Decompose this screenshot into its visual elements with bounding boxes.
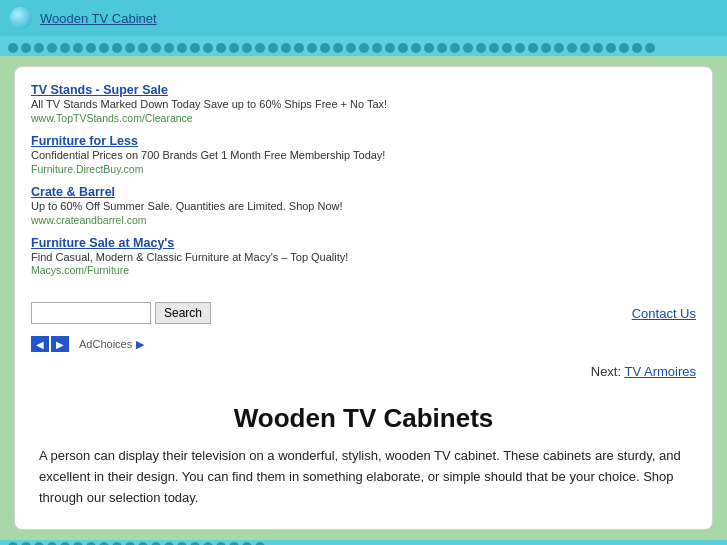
dot	[619, 43, 629, 53]
dot	[47, 43, 57, 53]
dot	[73, 43, 83, 53]
page-title-section: Wooden TV Cabinets	[15, 387, 712, 446]
dot	[177, 43, 187, 53]
dot	[398, 43, 408, 53]
dot	[281, 43, 291, 53]
dot	[515, 43, 525, 53]
dot	[528, 43, 538, 53]
dot	[242, 43, 252, 53]
dot	[580, 43, 590, 53]
ad-nav: ◀ ▶	[31, 336, 69, 352]
dot	[359, 43, 369, 53]
dot	[190, 43, 200, 53]
contact-us-link[interactable]: Contact Us	[632, 306, 696, 321]
dot	[346, 43, 356, 53]
dot	[541, 43, 551, 53]
ad-list: TV Stands - Super Sale All TV Stands Mar…	[31, 83, 696, 286]
dot	[99, 43, 109, 53]
dot	[203, 43, 213, 53]
main-wrapper: TV Stands - Super Sale All TV Stands Mar…	[0, 56, 727, 540]
dot	[437, 43, 447, 53]
dot	[450, 43, 460, 53]
page-title: Wooden TV Cabinets	[39, 403, 688, 434]
body-text-section: A person can display their television on…	[15, 446, 712, 528]
ad-title-2[interactable]: Crate & Barrel	[31, 185, 686, 199]
dot	[385, 43, 395, 53]
dot	[320, 43, 330, 53]
dot	[125, 43, 135, 53]
ad-desc-3: Find Casual, Modern & Classic Furniture …	[31, 250, 686, 265]
ad-url-0: www.TopTVStands.com/Clearance	[31, 112, 686, 124]
top-bar-title-link[interactable]: Wooden TV Cabinet	[40, 11, 157, 26]
dot	[21, 43, 31, 53]
ad-desc-2: Up to 60% Off Summer Sale. Quantities ar…	[31, 199, 686, 214]
ad-title-0[interactable]: TV Stands - Super Sale	[31, 83, 686, 97]
dot	[138, 43, 148, 53]
top-bar-circle-icon	[10, 7, 32, 29]
ad-item-3: Furniture Sale at Macy's Find Casual, Mo…	[31, 236, 686, 277]
ad-prev-button[interactable]: ◀	[31, 336, 49, 352]
next-row: Next: TV Armoires	[15, 360, 712, 387]
dot	[60, 43, 70, 53]
dot	[307, 43, 317, 53]
header-area	[0, 36, 727, 56]
dot	[554, 43, 564, 53]
ad-item-1: Furniture for Less Confidential Prices o…	[31, 134, 686, 175]
dot	[229, 43, 239, 53]
next-link[interactable]: TV Armoires	[624, 364, 696, 379]
dot	[567, 43, 577, 53]
dot	[151, 43, 161, 53]
ad-desc-0: All TV Stands Marked Down Today Save up …	[31, 97, 686, 112]
search-button[interactable]: Search	[155, 302, 211, 324]
ad-url-1: Furniture.DirectBuy.com	[31, 163, 686, 175]
dots-row-top	[0, 40, 727, 56]
dot	[164, 43, 174, 53]
body-text: A person can display their television on…	[39, 446, 688, 508]
dot	[34, 43, 44, 53]
dot	[411, 43, 421, 53]
ad-item-0: TV Stands - Super Sale All TV Stands Mar…	[31, 83, 686, 124]
dot	[476, 43, 486, 53]
dot	[333, 43, 343, 53]
dot	[216, 43, 226, 53]
dot	[86, 43, 96, 53]
adchoices-row: ◀ ▶ AdChoices ▶	[15, 332, 712, 360]
adchoices-label: AdChoices	[79, 338, 132, 350]
ad-next-button[interactable]: ▶	[51, 336, 69, 352]
dot	[294, 43, 304, 53]
ad-desc-1: Confidential Prices on 700 Brands Get 1 …	[31, 148, 686, 163]
ad-url-3: Macys.com/Furniture	[31, 264, 686, 276]
ad-url-2: www.crateandbarrel.com	[31, 214, 686, 226]
dot	[606, 43, 616, 53]
search-contact-row: Search Contact Us	[15, 294, 712, 332]
dot	[372, 43, 382, 53]
dot	[645, 43, 655, 53]
search-input[interactable]	[31, 302, 151, 324]
dot	[268, 43, 278, 53]
adchoices-icon: ▶	[136, 338, 144, 351]
ad-item-2: Crate & Barrel Up to 60% Off Summer Sale…	[31, 185, 686, 226]
dot	[424, 43, 434, 53]
top-bar: Wooden TV Cabinet	[0, 0, 727, 36]
dot	[502, 43, 512, 53]
ad-title-1[interactable]: Furniture for Less	[31, 134, 686, 148]
dot	[632, 43, 642, 53]
ad-section: TV Stands - Super Sale All TV Stands Mar…	[15, 67, 712, 294]
next-label: Next:	[591, 364, 621, 379]
main-content: TV Stands - Super Sale All TV Stands Mar…	[14, 66, 713, 530]
dot	[112, 43, 122, 53]
dot	[8, 43, 18, 53]
search-box: Search	[31, 302, 211, 324]
dot	[463, 43, 473, 53]
dot	[255, 43, 265, 53]
dot	[593, 43, 603, 53]
dots-row-bottom	[0, 540, 727, 545]
ad-title-3[interactable]: Furniture Sale at Macy's	[31, 236, 686, 250]
dot	[489, 43, 499, 53]
